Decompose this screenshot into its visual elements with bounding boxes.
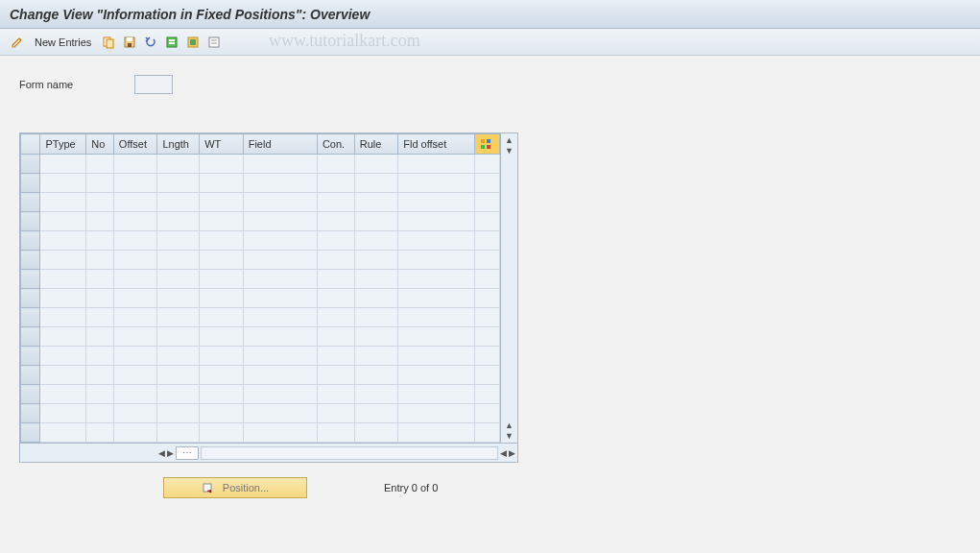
grid-cell[interactable] bbox=[474, 212, 499, 231]
scroll-right-end-icon[interactable]: ▶ bbox=[509, 448, 515, 458]
scroll-down-icon[interactable]: ▼ bbox=[505, 146, 514, 156]
grid-cell[interactable] bbox=[243, 193, 317, 212]
grid-cell[interactable] bbox=[157, 423, 200, 443]
row-selector[interactable] bbox=[21, 308, 40, 327]
grid-cell[interactable] bbox=[354, 423, 397, 443]
grid-cell[interactable] bbox=[317, 212, 354, 231]
save-icon[interactable] bbox=[122, 35, 137, 50]
grid-cell[interactable] bbox=[200, 423, 243, 443]
row-selector[interactable] bbox=[21, 251, 40, 270]
grid-cell[interactable] bbox=[86, 308, 113, 327]
grid-cell[interactable] bbox=[354, 289, 397, 308]
grid-cell[interactable] bbox=[398, 193, 475, 212]
grid-cell[interactable] bbox=[40, 270, 86, 289]
grid-cell[interactable] bbox=[200, 347, 243, 366]
grid-cell[interactable] bbox=[243, 155, 317, 174]
grid-cell[interactable] bbox=[317, 385, 354, 404]
grid-cell[interactable] bbox=[86, 251, 113, 270]
grid-cell[interactable] bbox=[157, 327, 200, 347]
grid-cell[interactable] bbox=[40, 423, 86, 443]
horizontal-scrollbar[interactable]: ◀ ▶ ⋯ ◀ ▶ bbox=[20, 443, 517, 462]
grid-cell[interactable] bbox=[354, 404, 397, 423]
col-no[interactable]: No bbox=[86, 134, 113, 155]
select-block-icon[interactable] bbox=[185, 35, 201, 50]
grid-cell[interactable] bbox=[40, 251, 86, 270]
grid-cell[interactable] bbox=[113, 289, 157, 308]
grid-cell[interactable] bbox=[317, 155, 354, 174]
grid-cell[interactable] bbox=[200, 404, 243, 423]
grid-cell[interactable] bbox=[40, 174, 86, 193]
grid-cell[interactable] bbox=[40, 327, 86, 347]
grid-cell[interactable] bbox=[243, 404, 317, 423]
grid-cell[interactable] bbox=[40, 347, 86, 366]
grid-cell[interactable] bbox=[113, 270, 157, 289]
scroll-left-icon[interactable]: ◀ bbox=[158, 448, 165, 458]
grid-cell[interactable] bbox=[243, 366, 317, 385]
grid-cell[interactable] bbox=[200, 270, 243, 289]
grid-cell[interactable] bbox=[243, 327, 317, 347]
grid-cell[interactable] bbox=[86, 404, 113, 423]
grid-cell[interactable] bbox=[243, 347, 317, 366]
grid-cell[interactable] bbox=[157, 251, 200, 270]
grid-cell[interactable] bbox=[200, 155, 243, 174]
grid-cell[interactable] bbox=[474, 270, 499, 289]
grid-cell[interactable] bbox=[243, 385, 317, 404]
deselect-all-icon[interactable] bbox=[206, 35, 222, 50]
grid-cell[interactable] bbox=[354, 308, 397, 327]
grid-cell[interactable] bbox=[157, 385, 200, 404]
grid-cell[interactable] bbox=[474, 174, 499, 193]
grid-cell[interactable] bbox=[243, 270, 317, 289]
grid-cell[interactable] bbox=[40, 366, 86, 385]
grid-cell[interactable] bbox=[398, 231, 475, 251]
grid-cell[interactable] bbox=[40, 231, 86, 251]
grid-cell[interactable] bbox=[398, 174, 475, 193]
grid-cell[interactable] bbox=[113, 347, 157, 366]
grid-cell[interactable] bbox=[200, 308, 243, 327]
row-selector[interactable] bbox=[21, 231, 40, 251]
grid-cell[interactable] bbox=[354, 347, 397, 366]
grid-cell[interactable] bbox=[243, 289, 317, 308]
grid-cell[interactable] bbox=[317, 347, 354, 366]
grid-cell[interactable] bbox=[157, 193, 200, 212]
grid-cell[interactable] bbox=[40, 289, 86, 308]
grid-cell[interactable] bbox=[354, 327, 397, 347]
row-selector[interactable] bbox=[21, 289, 40, 308]
grid-cell[interactable] bbox=[157, 270, 200, 289]
copy-icon[interactable] bbox=[101, 35, 116, 50]
grid-cell[interactable] bbox=[200, 385, 243, 404]
grid-cell[interactable] bbox=[40, 212, 86, 231]
grid-cell[interactable] bbox=[113, 404, 157, 423]
column-config-button[interactable]: ⋯ bbox=[176, 446, 199, 460]
grid-cell[interactable] bbox=[243, 231, 317, 251]
grid-cell[interactable] bbox=[317, 366, 354, 385]
grid-cell[interactable] bbox=[157, 155, 200, 174]
grid-settings-icon[interactable] bbox=[474, 134, 499, 155]
grid-cell[interactable] bbox=[317, 308, 354, 327]
grid-cell[interactable] bbox=[474, 308, 499, 327]
row-selector[interactable] bbox=[21, 193, 40, 212]
grid-cell[interactable] bbox=[398, 385, 475, 404]
scroll-up-end-icon[interactable]: ▲ bbox=[505, 421, 514, 430]
grid-cell[interactable] bbox=[157, 231, 200, 251]
col-ptype[interactable]: PType bbox=[40, 134, 86, 155]
col-fldoffset[interactable]: Fld offset bbox=[398, 134, 475, 155]
col-wt[interactable]: WT bbox=[200, 134, 243, 155]
grid-cell[interactable] bbox=[86, 423, 113, 443]
grid-cell[interactable] bbox=[243, 212, 317, 231]
grid-cell[interactable] bbox=[474, 251, 499, 270]
grid-cell[interactable] bbox=[474, 289, 499, 308]
row-selector[interactable] bbox=[21, 385, 40, 404]
scroll-left-end-icon[interactable]: ◀ bbox=[500, 448, 507, 458]
grid-cell[interactable] bbox=[474, 155, 499, 174]
grid-cell[interactable] bbox=[398, 289, 475, 308]
grid-cell[interactable] bbox=[86, 270, 113, 289]
grid-cell[interactable] bbox=[200, 289, 243, 308]
grid-cell[interactable] bbox=[113, 231, 157, 251]
grid-cell[interactable] bbox=[86, 155, 113, 174]
row-selector[interactable] bbox=[21, 366, 40, 385]
col-field[interactable]: Field bbox=[243, 134, 317, 155]
row-selector[interactable] bbox=[21, 212, 40, 231]
grid-cell[interactable] bbox=[354, 251, 397, 270]
grid-cell[interactable] bbox=[157, 347, 200, 366]
col-lngth[interactable]: Lngth bbox=[157, 134, 200, 155]
